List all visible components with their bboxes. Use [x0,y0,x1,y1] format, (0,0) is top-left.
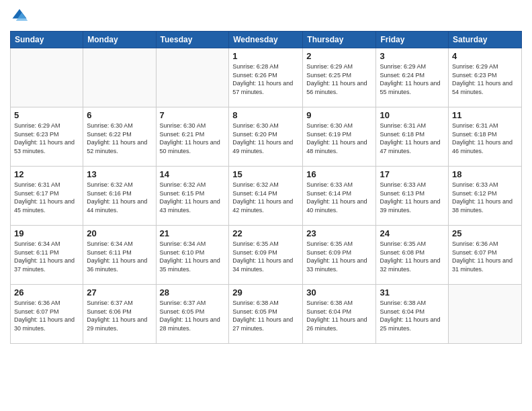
day-info: Sunrise: 6:38 AMSunset: 6:04 PMDaylight:… [306,299,372,332]
day-number: 25 [452,228,518,238]
calendar-table: SundayMondayTuesdayWednesdayThursdayFrid… [10,31,522,344]
day-number: 4 [452,51,518,61]
day-number: 2 [306,51,372,61]
day-number: 7 [160,110,226,120]
day-number: 19 [14,228,79,238]
day-info: Sunrise: 6:34 AMSunset: 6:10 PMDaylight:… [160,240,226,273]
day-number: 28 [160,287,226,298]
weekday-header-saturday: Saturday [449,32,522,48]
day-info: Sunrise: 6:29 AMSunset: 6:23 PMDaylight:… [452,62,518,96]
calendar-cell: 21Sunrise: 6:34 AMSunset: 6:10 PMDayligh… [156,226,229,285]
calendar-cell [11,48,83,107]
calendar-cell: 16Sunrise: 6:33 AMSunset: 6:14 PMDayligh… [303,167,376,226]
day-info: Sunrise: 6:28 AMSunset: 6:26 PMDaylight:… [232,62,299,96]
day-number: 18 [452,169,518,179]
day-info: Sunrise: 6:36 AMSunset: 6:07 PMDaylight:… [14,299,79,332]
calendar-cell: 14Sunrise: 6:32 AMSunset: 6:15 PMDayligh… [156,167,229,226]
day-number: 16 [306,169,372,179]
logo-icon [10,7,29,26]
day-number: 22 [232,228,299,238]
day-info: Sunrise: 6:36 AMSunset: 6:07 PMDaylight:… [452,240,518,273]
day-number: 5 [14,110,79,120]
weekday-header-friday: Friday [376,32,449,48]
calendar-cell [449,285,522,344]
calendar-cell: 27Sunrise: 6:37 AMSunset: 6:06 PMDayligh… [83,285,156,344]
day-info: Sunrise: 6:30 AMSunset: 6:19 PMDaylight:… [306,122,372,155]
day-info: Sunrise: 6:30 AMSunset: 6:20 PMDaylight:… [232,122,299,155]
day-info: Sunrise: 6:34 AMSunset: 6:11 PMDaylight:… [87,240,152,273]
calendar-cell: 22Sunrise: 6:35 AMSunset: 6:09 PMDayligh… [229,226,303,285]
day-info: Sunrise: 6:29 AMSunset: 6:25 PMDaylight:… [306,62,372,96]
day-number: 17 [380,169,445,179]
week-row-1: 1Sunrise: 6:28 AMSunset: 6:26 PMDaylight… [11,48,522,107]
weekday-header-row: SundayMondayTuesdayWednesdayThursdayFrid… [11,32,522,48]
calendar-cell: 11Sunrise: 6:31 AMSunset: 6:18 PMDayligh… [449,107,522,167]
day-number: 9 [306,110,372,120]
calendar-cell: 23Sunrise: 6:35 AMSunset: 6:09 PMDayligh… [303,226,376,285]
day-info: Sunrise: 6:35 AMSunset: 6:09 PMDaylight:… [232,240,299,273]
day-number: 20 [87,228,152,238]
day-info: Sunrise: 6:32 AMSunset: 6:16 PMDaylight:… [87,181,152,214]
calendar-cell: 10Sunrise: 6:31 AMSunset: 6:18 PMDayligh… [376,107,449,167]
day-info: Sunrise: 6:38 AMSunset: 6:04 PMDaylight:… [380,299,445,332]
day-info: Sunrise: 6:32 AMSunset: 6:15 PMDaylight:… [160,181,226,214]
day-info: Sunrise: 6:31 AMSunset: 6:17 PMDaylight:… [14,181,79,214]
calendar-cell: 29Sunrise: 6:38 AMSunset: 6:05 PMDayligh… [229,285,303,344]
day-number: 21 [160,228,226,238]
calendar-cell: 1Sunrise: 6:28 AMSunset: 6:26 PMDaylight… [229,48,303,107]
weekday-header-thursday: Thursday [303,32,376,48]
calendar-cell: 26Sunrise: 6:36 AMSunset: 6:07 PMDayligh… [11,285,83,344]
day-number: 27 [87,287,152,298]
calendar-cell: 31Sunrise: 6:38 AMSunset: 6:04 PMDayligh… [376,285,449,344]
calendar-cell: 30Sunrise: 6:38 AMSunset: 6:04 PMDayligh… [303,285,376,344]
week-row-3: 12Sunrise: 6:31 AMSunset: 6:17 PMDayligh… [11,167,522,226]
day-number: 6 [87,110,152,120]
day-number: 23 [306,228,372,238]
week-row-5: 26Sunrise: 6:36 AMSunset: 6:07 PMDayligh… [11,285,522,344]
day-info: Sunrise: 6:37 AMSunset: 6:05 PMDaylight:… [160,299,226,332]
day-info: Sunrise: 6:30 AMSunset: 6:21 PMDaylight:… [160,122,226,155]
weekday-header-tuesday: Tuesday [156,32,229,48]
day-number: 14 [160,169,226,179]
day-info: Sunrise: 6:34 AMSunset: 6:11 PMDaylight:… [14,240,79,273]
day-number: 30 [306,287,372,298]
calendar-cell: 5Sunrise: 6:29 AMSunset: 6:23 PMDaylight… [11,107,83,167]
day-number: 12 [14,169,79,179]
calendar-cell: 15Sunrise: 6:32 AMSunset: 6:14 PMDayligh… [229,167,303,226]
day-info: Sunrise: 6:31 AMSunset: 6:18 PMDaylight:… [452,122,518,155]
day-info: Sunrise: 6:33 AMSunset: 6:14 PMDaylight:… [306,181,372,214]
calendar-cell [83,48,156,107]
day-info: Sunrise: 6:38 AMSunset: 6:05 PMDaylight:… [232,299,299,332]
calendar-cell: 6Sunrise: 6:30 AMSunset: 6:22 PMDaylight… [83,107,156,167]
day-info: Sunrise: 6:29 AMSunset: 6:24 PMDaylight:… [380,62,445,96]
day-info: Sunrise: 6:33 AMSunset: 6:12 PMDaylight:… [452,181,518,214]
day-number: 29 [232,287,299,298]
calendar-cell: 20Sunrise: 6:34 AMSunset: 6:11 PMDayligh… [83,226,156,285]
calendar-cell: 9Sunrise: 6:30 AMSunset: 6:19 PMDaylight… [303,107,376,167]
day-info: Sunrise: 6:35 AMSunset: 6:08 PMDaylight:… [380,240,445,273]
day-number: 8 [232,110,299,120]
logo [10,7,32,26]
calendar-cell: 4Sunrise: 6:29 AMSunset: 6:23 PMDaylight… [449,48,522,107]
day-number: 31 [380,287,445,298]
day-info: Sunrise: 6:32 AMSunset: 6:14 PMDaylight:… [232,181,299,214]
week-row-2: 5Sunrise: 6:29 AMSunset: 6:23 PMDaylight… [11,107,522,167]
calendar-cell: 7Sunrise: 6:30 AMSunset: 6:21 PMDaylight… [156,107,229,167]
calendar-cell: 8Sunrise: 6:30 AMSunset: 6:20 PMDaylight… [229,107,303,167]
weekday-header-wednesday: Wednesday [229,32,303,48]
day-info: Sunrise: 6:30 AMSunset: 6:22 PMDaylight:… [87,122,152,155]
calendar-cell: 3Sunrise: 6:29 AMSunset: 6:24 PMDaylight… [376,48,449,107]
day-number: 10 [380,110,445,120]
day-number: 3 [380,51,445,61]
header [10,7,522,26]
day-number: 26 [14,287,79,298]
day-info: Sunrise: 6:35 AMSunset: 6:09 PMDaylight:… [306,240,372,273]
calendar-cell: 13Sunrise: 6:32 AMSunset: 6:16 PMDayligh… [83,167,156,226]
calendar-cell: 19Sunrise: 6:34 AMSunset: 6:11 PMDayligh… [11,226,83,285]
day-number: 24 [380,228,445,238]
week-row-4: 19Sunrise: 6:34 AMSunset: 6:11 PMDayligh… [11,226,522,285]
page: SundayMondayTuesdayWednesdayThursdayFrid… [0,0,532,411]
day-number: 11 [452,110,518,120]
weekday-header-monday: Monday [83,32,156,48]
day-info: Sunrise: 6:31 AMSunset: 6:18 PMDaylight:… [380,122,445,155]
